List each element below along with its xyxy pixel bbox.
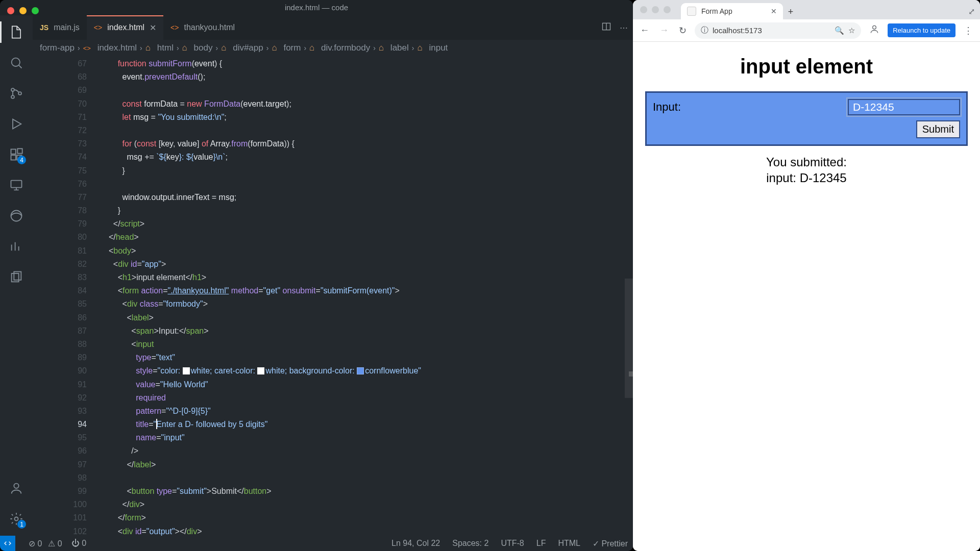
minimize-window-icon[interactable] bbox=[19, 7, 27, 14]
new-tab-button[interactable]: + bbox=[783, 4, 798, 19]
breadcrumb-item[interactable]: form bbox=[283, 43, 301, 53]
split-editor-icon[interactable] bbox=[601, 21, 611, 34]
svg-rect-10 bbox=[12, 273, 19, 282]
tab-mainjs[interactable]: JSmain.js bbox=[33, 15, 87, 40]
scrollbar-track[interactable] bbox=[625, 279, 633, 398]
edge-tools-icon[interactable] bbox=[9, 208, 24, 223]
expand-icon[interactable]: ⤢ bbox=[968, 7, 975, 16]
svg-point-2 bbox=[11, 95, 14, 98]
output-line: You submitted: bbox=[645, 154, 968, 170]
text-input[interactable] bbox=[848, 99, 960, 115]
submit-button[interactable]: Submit bbox=[916, 120, 960, 138]
source-control-icon[interactable] bbox=[9, 86, 24, 101]
breadcrumb-item[interactable]: div#app bbox=[233, 43, 263, 53]
close-tab-icon[interactable]: ✕ bbox=[150, 23, 156, 33]
back-button[interactable]: ← bbox=[638, 23, 651, 38]
chevron-right-icon: › bbox=[176, 44, 180, 52]
form-body: Input: Submit bbox=[645, 91, 968, 146]
vscode-window: index.html — code 4 1 JSmain.js bbox=[0, 0, 633, 551]
extensions-icon[interactable]: 4 bbox=[9, 147, 24, 162]
zoom-icon[interactable]: 🔍 bbox=[835, 26, 844, 35]
window-title: index.html — code bbox=[0, 0, 633, 15]
run-debug-icon[interactable] bbox=[9, 116, 24, 132]
chevron-right-icon: › bbox=[372, 44, 377, 52]
warnings-count[interactable]: ⚠ 0 bbox=[48, 539, 62, 548]
minimize-window-icon[interactable] bbox=[652, 6, 659, 13]
breadcrumb-item[interactable]: input bbox=[429, 43, 448, 53]
cursor-position[interactable]: Ln 94, Col 22 bbox=[391, 539, 440, 548]
breadcrumb-item[interactable]: body bbox=[194, 43, 213, 53]
scrollbar-thumb[interactable] bbox=[629, 371, 633, 377]
breadcrumb-item[interactable]: index.html bbox=[97, 43, 137, 53]
chevron-right-icon: › bbox=[411, 44, 415, 52]
forward-button[interactable]: → bbox=[657, 23, 671, 38]
menu-icon[interactable]: ⋮ bbox=[962, 23, 975, 38]
relaunch-button[interactable]: Relaunch to update bbox=[888, 23, 955, 37]
bookmark-icon[interactable]: ☆ bbox=[848, 26, 855, 35]
tab-title: Form App bbox=[701, 7, 732, 15]
svg-point-15 bbox=[873, 26, 876, 29]
formatter-info[interactable]: ✓ Prettier bbox=[593, 539, 628, 548]
url-text: localhost:5173 bbox=[713, 26, 762, 35]
tag-icon: ⌂ bbox=[221, 43, 226, 53]
browser-toolbar: ← → ↻ ⓘ localhost:5173 🔍 ☆ Relaunch to u… bbox=[633, 19, 980, 42]
browser-tab-strip: Form App ✕ + ⤢ bbox=[633, 0, 980, 19]
tab-label: main.js bbox=[54, 23, 80, 32]
js-file-icon: JS bbox=[40, 23, 48, 32]
breadcrumb-item[interactable]: div.formbody bbox=[321, 43, 370, 53]
breadcrumb-item[interactable]: html bbox=[157, 43, 174, 53]
svg-rect-11 bbox=[14, 272, 21, 280]
remote-explorer-icon[interactable] bbox=[9, 178, 24, 193]
breadcrumb[interactable]: form-app› <> index.html› ⌂ html› ⌂ body›… bbox=[33, 40, 633, 56]
settings-gear-icon[interactable]: 1 bbox=[9, 511, 24, 527]
graph-icon[interactable] bbox=[9, 239, 24, 254]
output-line: input: D-12345 bbox=[645, 170, 968, 186]
encoding-info[interactable]: UTF-8 bbox=[501, 539, 524, 548]
browser-tab[interactable]: Form App ✕ bbox=[681, 3, 783, 19]
indent-info[interactable]: Spaces: 2 bbox=[452, 539, 488, 548]
eol-info[interactable]: LF bbox=[536, 539, 546, 548]
html-file-icon: <> bbox=[83, 44, 91, 52]
input-label: Input: bbox=[653, 101, 681, 114]
tab-indexhtml[interactable]: <>index.html✕ bbox=[87, 15, 163, 40]
errors-count[interactable]: ⊘ 0 bbox=[29, 539, 42, 548]
site-icon bbox=[687, 7, 696, 16]
svg-point-13 bbox=[15, 517, 18, 521]
maximize-window-icon[interactable] bbox=[32, 7, 39, 14]
line-gutter: 6768697071727374757677787980818283848586… bbox=[33, 56, 104, 536]
maximize-window-icon[interactable] bbox=[664, 6, 671, 13]
breadcrumb-item[interactable]: form-app bbox=[40, 43, 75, 53]
language-mode[interactable]: HTML bbox=[558, 539, 580, 548]
site-info-icon[interactable]: ⓘ bbox=[701, 26, 708, 35]
chevron-right-icon: › bbox=[303, 44, 307, 52]
code-editor[interactable]: 6768697071727374757677787980818283848586… bbox=[33, 56, 633, 536]
svg-rect-7 bbox=[17, 148, 22, 153]
close-tab-icon[interactable]: ✕ bbox=[771, 7, 777, 15]
ports-count[interactable]: ⏻ 0 bbox=[71, 539, 86, 548]
remote-button[interactable] bbox=[0, 536, 15, 551]
explorer-icon[interactable] bbox=[9, 24, 24, 40]
tag-icon: ⌂ bbox=[145, 43, 151, 53]
address-bar[interactable]: ⓘ localhost:5173 🔍 ☆ bbox=[695, 22, 861, 39]
tab-strip: JSmain.js <>index.html✕ <>thankyou.html … bbox=[33, 15, 633, 40]
html-file-icon: <> bbox=[170, 23, 179, 32]
svg-rect-8 bbox=[11, 181, 22, 188]
profile-icon[interactable] bbox=[867, 22, 881, 39]
svg-rect-5 bbox=[11, 155, 16, 160]
tab-thankyouhtml[interactable]: <>thankyou.html bbox=[163, 15, 242, 40]
tag-icon: ⌂ bbox=[309, 43, 314, 53]
settings-badge: 1 bbox=[17, 520, 26, 529]
code-lines[interactable]: function submitForm(event) { event.preve… bbox=[104, 56, 633, 536]
close-window-icon[interactable] bbox=[7, 7, 14, 14]
search-icon[interactable] bbox=[9, 55, 24, 70]
account-icon[interactable] bbox=[9, 481, 24, 496]
breadcrumb-item[interactable]: label bbox=[390, 43, 409, 53]
browser-window: Form App ✕ + ⤢ ← → ↻ ⓘ localhost:5173 🔍 … bbox=[633, 0, 980, 551]
tag-icon: ⌂ bbox=[379, 43, 384, 53]
files-icon[interactable] bbox=[9, 269, 24, 285]
reload-button[interactable]: ↻ bbox=[677, 23, 689, 38]
chevron-right-icon: › bbox=[77, 44, 81, 52]
more-actions-icon[interactable]: ⋯ bbox=[620, 23, 628, 33]
close-window-icon[interactable] bbox=[640, 6, 647, 13]
page-content: input element Input: Submit You submitte… bbox=[633, 42, 980, 551]
